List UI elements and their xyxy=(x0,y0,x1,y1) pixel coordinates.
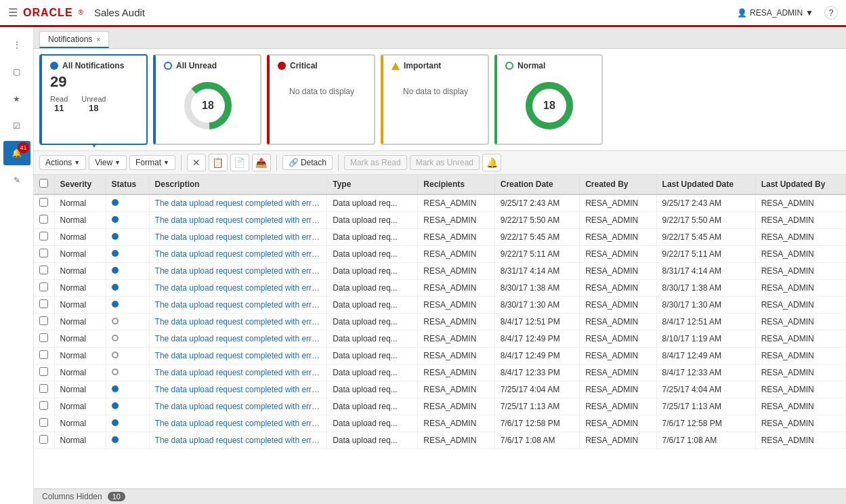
table-row[interactable]: Normal The data upload request completed… xyxy=(34,432,846,449)
table-row[interactable]: Normal The data upload request completed… xyxy=(34,280,846,297)
normal-card[interactable]: Normal 18 xyxy=(494,54,603,145)
row-checkbox[interactable] xyxy=(39,249,48,257)
col-last-updated-by[interactable]: Last Updated By xyxy=(755,175,845,194)
row-checkbox-cell[interactable] xyxy=(34,297,54,314)
table-row[interactable]: Normal The data upload request completed… xyxy=(34,314,846,331)
row-checkbox[interactable] xyxy=(39,198,48,207)
critical-card[interactable]: Critical No data to display xyxy=(267,54,375,145)
row-description[interactable]: The data upload request completed with e… xyxy=(149,263,327,280)
sidebar-item-home[interactable]: ▢ xyxy=(3,60,30,84)
row-checkbox[interactable] xyxy=(39,266,48,274)
table-row[interactable]: Normal The data upload request completed… xyxy=(34,263,846,280)
row-description[interactable]: The data upload request completed with e… xyxy=(149,432,327,449)
row-checkbox-cell[interactable] xyxy=(34,280,54,297)
row-description[interactable]: The data upload request completed with e… xyxy=(149,229,327,246)
col-creation-date[interactable]: Creation Date xyxy=(494,175,579,194)
all-unread-card[interactable]: All Unread 18 xyxy=(153,54,261,145)
user-info[interactable]: 👤 RESA_ADMIN ▼ xyxy=(737,8,813,18)
row-checkbox-cell[interactable] xyxy=(34,212,54,229)
row-checkbox-cell[interactable] xyxy=(34,415,54,432)
row-description[interactable]: The data upload request completed with e… xyxy=(149,381,327,398)
row-checkbox-cell[interactable] xyxy=(34,246,54,263)
table-row[interactable]: Normal The data upload request completed… xyxy=(34,348,846,364)
important-card[interactable]: Important No data to display xyxy=(381,54,489,145)
row-checkbox[interactable] xyxy=(39,418,48,427)
row-checkbox[interactable] xyxy=(39,299,48,308)
col-checkbox[interactable] xyxy=(34,175,54,194)
sidebar-item-notifications[interactable]: 🔔 41 xyxy=(3,141,30,165)
row-description[interactable]: The data upload request completed with e… xyxy=(149,212,327,229)
row-checkbox[interactable] xyxy=(39,215,48,224)
row-checkbox[interactable] xyxy=(39,316,48,325)
bell-toolbar-icon[interactable]: 🔔 xyxy=(482,154,501,171)
row-checkbox-cell[interactable] xyxy=(34,229,54,246)
view-button[interactable]: View ▼ xyxy=(89,155,127,170)
row-checkbox-cell[interactable] xyxy=(34,398,54,415)
all-notifications-card[interactable]: All Notifications 29 Read 11 Unread 18 ▼ xyxy=(39,54,148,145)
row-checkbox-cell[interactable] xyxy=(34,432,54,449)
table-row[interactable]: Normal The data upload request completed… xyxy=(34,364,846,381)
col-last-updated-date[interactable]: Last Updated Date xyxy=(656,175,755,194)
delete-icon-btn[interactable]: ✕ xyxy=(187,154,206,171)
col-description[interactable]: Description xyxy=(149,175,327,194)
table-row[interactable]: Normal The data upload request completed… xyxy=(34,194,846,212)
sidebar-item-menu[interactable]: ⋮ xyxy=(3,33,30,57)
col-type[interactable]: Type xyxy=(327,175,418,194)
user-dropdown-icon[interactable]: ▼ xyxy=(805,8,813,18)
sidebar-item-reports[interactable]: ✎ xyxy=(3,168,30,192)
row-checkbox[interactable] xyxy=(39,333,48,342)
mark-unread-button[interactable]: Mark as Unread xyxy=(410,155,480,170)
row-description[interactable]: The data upload request completed with e… xyxy=(149,331,327,348)
row-checkbox[interactable] xyxy=(39,367,48,376)
row-checkbox[interactable] xyxy=(39,350,48,359)
row-description[interactable]: The data upload request completed with e… xyxy=(149,398,327,415)
help-icon[interactable]: ? xyxy=(824,6,838,20)
tab-close-btn[interactable]: × xyxy=(96,36,100,43)
mark-read-button[interactable]: Mark as Read xyxy=(344,155,407,170)
row-description[interactable]: The data upload request completed with e… xyxy=(149,297,327,314)
row-description[interactable]: The data upload request completed with e… xyxy=(149,415,327,432)
row-checkbox-cell[interactable] xyxy=(34,263,54,280)
row-checkbox-cell[interactable] xyxy=(34,381,54,398)
table-row[interactable]: Normal The data upload request completed… xyxy=(34,381,846,398)
table-row[interactable]: Normal The data upload request completed… xyxy=(34,246,846,263)
row-checkbox[interactable] xyxy=(39,282,48,291)
col-status[interactable]: Status xyxy=(106,175,149,194)
table-row[interactable]: Normal The data upload request completed… xyxy=(34,398,846,415)
row-checkbox[interactable] xyxy=(39,232,48,240)
row-description[interactable]: The data upload request completed with e… xyxy=(149,364,327,381)
row-checkbox-cell[interactable] xyxy=(34,348,54,364)
table-row[interactable]: Normal The data upload request completed… xyxy=(34,331,846,348)
row-description[interactable]: The data upload request completed with e… xyxy=(149,194,327,212)
row-checkbox[interactable] xyxy=(39,384,48,393)
row-description[interactable]: The data upload request completed with e… xyxy=(149,280,327,297)
copy-icon-btn[interactable]: 📋 xyxy=(209,154,228,171)
card-dropdown-icon[interactable]: ▼ xyxy=(91,142,98,149)
detach-button[interactable]: 🔗 Detach xyxy=(282,155,333,170)
notifications-tab[interactable]: Notifications × xyxy=(39,31,109,48)
row-description[interactable]: The data upload request completed with e… xyxy=(149,348,327,364)
col-recipients[interactable]: Recipients xyxy=(418,175,494,194)
select-all-checkbox[interactable] xyxy=(39,179,48,188)
table-row[interactable]: Normal The data upload request completed… xyxy=(34,415,846,432)
row-checkbox[interactable] xyxy=(39,401,48,410)
table-row[interactable]: Normal The data upload request completed… xyxy=(34,229,846,246)
row-checkbox-cell[interactable] xyxy=(34,331,54,348)
row-description[interactable]: The data upload request completed with e… xyxy=(149,314,327,331)
table-row[interactable]: Normal The data upload request completed… xyxy=(34,297,846,314)
actions-button[interactable]: Actions ▼ xyxy=(39,155,86,170)
hamburger-icon[interactable]: ☰ xyxy=(8,6,18,19)
table-row[interactable]: Normal The data upload request completed… xyxy=(34,212,846,229)
export-icon-btn[interactable]: 📄 xyxy=(230,154,249,171)
row-checkbox-cell[interactable] xyxy=(34,364,54,381)
col-severity[interactable]: Severity xyxy=(54,175,106,194)
row-checkbox-cell[interactable] xyxy=(34,194,54,212)
row-checkbox-cell[interactable] xyxy=(34,314,54,331)
col-created-by[interactable]: Created By xyxy=(580,175,656,194)
send-icon-btn[interactable]: 📤 xyxy=(252,154,271,171)
format-button[interactable]: Format ▼ xyxy=(129,155,175,170)
row-checkbox[interactable] xyxy=(39,435,48,444)
sidebar-item-favorites[interactable]: ★ xyxy=(3,87,30,111)
sidebar-item-tasks[interactable]: ☑ xyxy=(3,114,30,138)
row-description[interactable]: The data upload request completed with e… xyxy=(149,246,327,263)
